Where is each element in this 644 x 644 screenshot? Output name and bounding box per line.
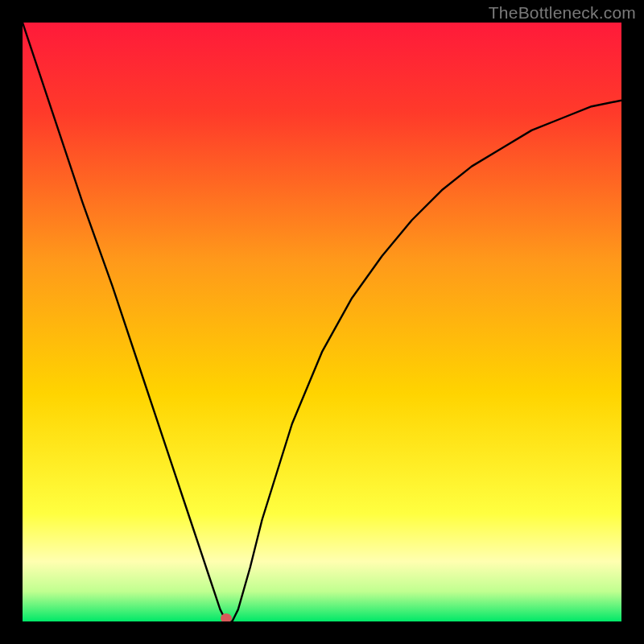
watermark-text: TheBottleneck.com (489, 3, 636, 23)
plot-area (23, 23, 621, 621)
gradient-bg (23, 23, 621, 621)
chart-svg (23, 23, 621, 621)
chart-frame: TheBottleneck.com (0, 0, 644, 644)
